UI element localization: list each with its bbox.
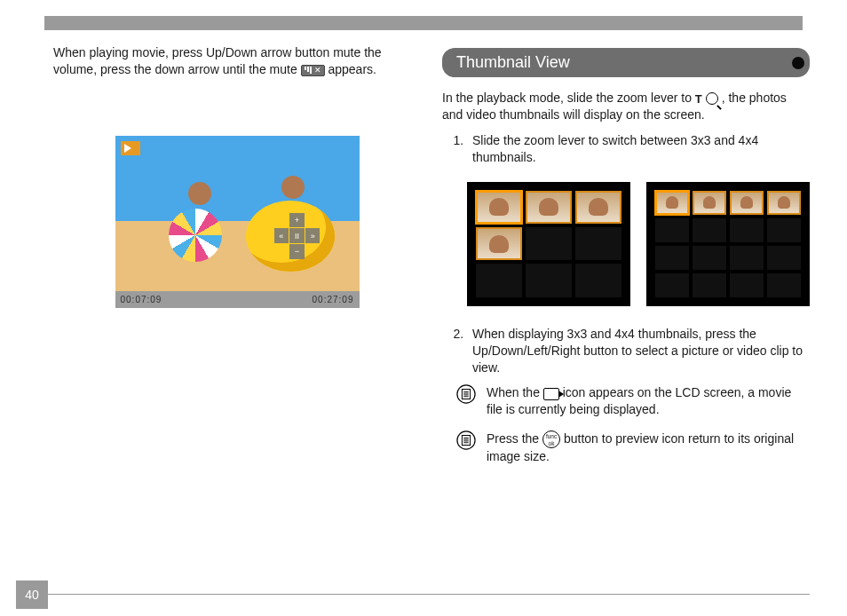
- section-title: Thumbnail View: [456, 53, 570, 71]
- thumbnail-screenshots: [467, 182, 810, 306]
- movie-frame: + « II » −: [115, 136, 360, 291]
- steps-list-2: When displaying 3x3 and 4x4 thumbnails, …: [442, 326, 810, 376]
- movie-playback-screenshot: + « II » − 00:07:09 00:27:09: [115, 136, 360, 308]
- thumbnail-4x4: [646, 182, 810, 306]
- zoom-lever-icon: T: [695, 91, 718, 107]
- magnifier-icon: [706, 92, 718, 105]
- svg-point-0: [457, 385, 475, 403]
- dpad-right-icon: »: [305, 228, 321, 243]
- mute-paragraph: When playing movie, press Up/Down arrow …: [53, 44, 421, 78]
- note-icon: [456, 384, 476, 404]
- right-column: Thumbnail View In the playback mode, sli…: [442, 44, 810, 580]
- svg-point-6: [457, 431, 475, 449]
- thumbnail-3x3: [467, 182, 630, 306]
- step-2: When displaying 3x3 and 4x4 thumbnails, …: [467, 326, 810, 376]
- footer-rule: [48, 594, 810, 595]
- func-ok-button-icon: func ok: [542, 430, 560, 448]
- time-total: 00:27:09: [313, 295, 354, 304]
- intro-paragraph: In the playback mode, slide the zoom lev…: [442, 90, 810, 123]
- time-elapsed: 00:07:09: [121, 295, 162, 304]
- playback-dpad-overlay: + « II » −: [274, 213, 321, 259]
- dpad-up-icon: +: [289, 213, 305, 228]
- note-1-text: When the icon appears on the LCD screen,…: [487, 384, 810, 418]
- top-bar: [44, 16, 803, 30]
- dpad-down-icon: −: [289, 244, 305, 259]
- zoom-t-label: T: [695, 91, 702, 107]
- intro-before: In the playback mode, slide the zoom lev…: [442, 91, 695, 105]
- left-column: When playing movie, press Up/Down arrow …: [53, 44, 421, 580]
- note2-before: Press the: [487, 431, 542, 446]
- note-2: Press the func ok button to preview icon…: [456, 430, 810, 465]
- mute-icon: ✕: [301, 65, 325, 76]
- svg-rect-1: [462, 390, 470, 399]
- note1-before: When the: [487, 385, 543, 399]
- mute-text-after: appears.: [328, 62, 376, 76]
- playback-flag-icon: [121, 141, 140, 155]
- svg-rect-7: [462, 436, 470, 446]
- movie-time-bar: 00:07:09 00:27:09: [115, 291, 360, 308]
- note-2-text: Press the func ok button to preview icon…: [487, 430, 810, 465]
- note-1: When the icon appears on the LCD screen,…: [456, 384, 810, 418]
- page-number: 40: [16, 580, 48, 609]
- steps-list: Slide the zoom lever to switch between 3…: [442, 132, 810, 166]
- step-1: Slide the zoom lever to switch between 3…: [467, 132, 810, 166]
- dpad-left-icon: «: [274, 228, 289, 243]
- movie-file-icon: [543, 388, 559, 400]
- beach-figure-1: [169, 182, 231, 266]
- note-icon: [456, 430, 476, 450]
- dpad-center-icon: II: [289, 228, 305, 243]
- section-header: Thumbnail View: [442, 48, 810, 77]
